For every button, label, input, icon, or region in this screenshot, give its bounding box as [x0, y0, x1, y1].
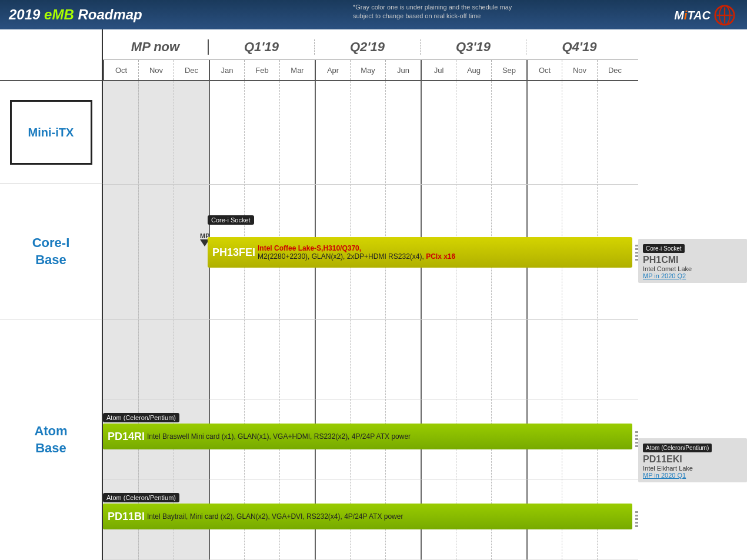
ph13fei-arrow: 2024 Q4: [635, 244, 638, 261]
pd11bi-desc: Intel Baytrail, Mini card (x2), GLAN(x2)…: [147, 512, 403, 521]
ph1cmi-mp: MP in 2020 Q2: [643, 272, 742, 279]
pd14ri-bar: PD14RI Intel Braswell Mini card (x1), GL…: [103, 424, 632, 449]
ph13fei-tag-container: Core-i Socket: [208, 216, 254, 226]
pd14ri-name: PD14RI: [103, 431, 145, 443]
mini-itx-label: Mini-iTX: [10, 100, 92, 165]
pd11bi-tag: Atom (Celeron/Pentium): [103, 493, 179, 502]
month-feb: Feb: [244, 60, 279, 80]
pd11bi-name: PD11BI: [103, 511, 145, 523]
ph1cmi-detail: Intel Comet Lake: [643, 265, 742, 272]
ph1cmi-card: Core-i Socket PH1CMI Intel Comet Lake MP…: [638, 239, 747, 283]
ph13fei-bar: PH13FEI Intel Coffee Lake-S,H310/Q370, M…: [208, 237, 632, 268]
vline-jul: [421, 81, 422, 560]
vline-may: [350, 81, 351, 560]
q2-header: Q2'19: [315, 39, 421, 55]
vline-jun: [385, 81, 386, 560]
month-nov1: Nov: [138, 60, 174, 80]
month-sep: Sep: [491, 60, 526, 80]
vline-nov2: [562, 81, 562, 560]
q4-header: Q4'19: [526, 39, 632, 55]
month-apr: Apr: [315, 60, 350, 80]
month-jun: Jun: [385, 60, 421, 80]
pd11eki-detail: Intel Elkhart Lake: [643, 465, 742, 472]
mp-shade: [103, 81, 209, 560]
month-oct2: Oct: [526, 60, 562, 80]
month-jul: Jul: [421, 60, 456, 80]
pd11eki-name: PD11EKI: [643, 454, 742, 465]
main: Mini-iTX Core-IBase AtomBase MP now Q1'1…: [0, 29, 747, 560]
quarter-headers: MP now Q1'19 Q2'19 Q3'19 Q4'19: [103, 29, 638, 60]
vline-nov1: [138, 81, 139, 560]
month-dec1: Dec: [174, 60, 209, 80]
vline-jan: [209, 81, 210, 560]
mp-now-header: MP now: [103, 39, 209, 55]
hline-1: [103, 184, 638, 185]
vline-dec1: [174, 81, 174, 560]
right-cards: Core-i Socket PH1CMI Intel Comet Lake MP…: [638, 29, 747, 560]
pd14ri-tag: Atom (Celeron/Pentium): [103, 413, 179, 422]
pd11eki-mp: MP in 2020 Q1: [643, 472, 742, 479]
mitac-icon: [714, 5, 735, 26]
ph1cmi-name: PH1CMI: [643, 255, 742, 265]
mini-itx-section: Mini-iTX: [0, 81, 103, 184]
ph13fei-name: PH13FEI: [208, 246, 255, 259]
vline-sep: [491, 81, 492, 560]
month-oct1: Oct: [103, 60, 138, 80]
timeline-area: MP now Q1'19 Q2'19 Q3'19 Q4'19 Oct Nov D…: [103, 29, 638, 560]
atom-section: AtomBase: [0, 319, 103, 560]
pd11bi-arrow: 2021 Q4: [635, 510, 638, 528]
hline-2: [103, 319, 638, 320]
header: 2019 eMB Roadmap *Gray color one is unde…: [0, 0, 747, 29]
hline-3: [103, 399, 638, 399]
hline-4: [103, 479, 638, 479]
pd11bi-bar: PD11BI Intel Baytrail, Mini card (x2), G…: [103, 504, 632, 529]
pd11eki-card: Atom (Celeron/Pentium) PD11EKI Intel Elk…: [638, 438, 747, 482]
vline-aug: [456, 81, 456, 560]
mitac-logo: MiTAC: [674, 5, 735, 26]
pd14ri-desc: Intel Braswell Mini card (x1), GLAN(x1),…: [147, 432, 411, 441]
gantt-body: Core-i Socket MP PH13FEI Intel Coffee La…: [103, 81, 638, 560]
hline-5: [103, 559, 638, 559]
pd14ri-tag-container: Atom (Celeron/Pentium): [103, 413, 179, 422]
vline-oct2: [526, 81, 528, 560]
q1-header: Q1'19: [209, 39, 315, 55]
core-i-section: Core-IBase: [0, 184, 103, 319]
left-labels: Mini-iTX Core-IBase AtomBase: [0, 29, 103, 560]
pd11eki-tag: Atom (Celeron/Pentium): [643, 444, 712, 452]
month-dec2: Dec: [597, 60, 632, 80]
header-note: *Gray color one is under plaining and th…: [353, 3, 512, 21]
vline-dec2: [597, 81, 598, 560]
vline-feb: [244, 81, 245, 560]
ph13fei-tag: Core-i Socket: [208, 215, 254, 225]
ph13fei-desc: Intel Coffee Lake-S,H310/Q370, M2(2280+2…: [258, 244, 455, 261]
core-i-label: Core-IBase: [32, 235, 70, 268]
month-headers: Oct Nov Dec Jan Feb Mar Apr May Jun Jul …: [103, 60, 638, 81]
month-may: May: [350, 60, 385, 80]
vline-mar: [279, 81, 280, 560]
month-aug: Aug: [456, 60, 491, 80]
pd14ri-arrow: 2021 Q4: [635, 430, 638, 448]
month-mar: Mar: [279, 60, 315, 80]
header-title: 2019 eMB Roadmap: [9, 6, 142, 23]
pd11bi-tag-container: Atom (Celeron/Pentium): [103, 493, 179, 502]
month-jan: Jan: [209, 60, 244, 80]
q3-header: Q3'19: [421, 39, 526, 55]
atom-label: AtomBase: [34, 423, 67, 456]
ph1cmi-tag: Core-i Socket: [643, 244, 685, 253]
vline-apr: [315, 81, 316, 560]
month-nov2: Nov: [562, 60, 597, 80]
